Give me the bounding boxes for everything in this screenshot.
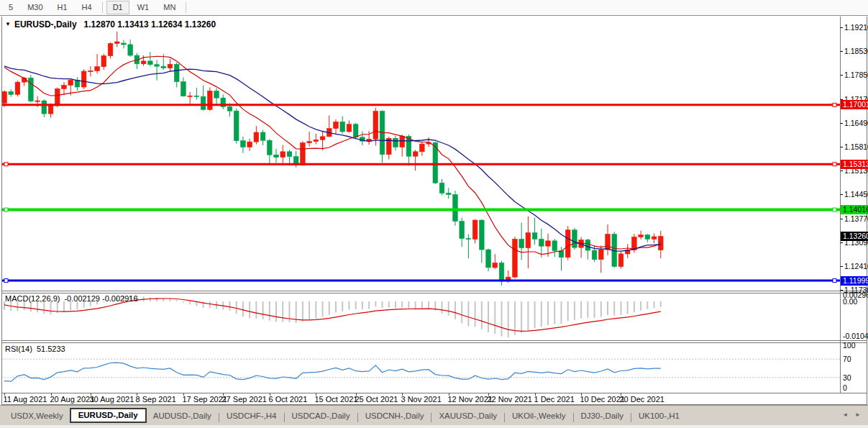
macd-name: MACD(12,26,9) — [5, 294, 60, 303]
price-tick-label: 1.15810 — [844, 142, 868, 151]
hline-anchor — [4, 163, 8, 166]
rsi-name: RSI(14) — [5, 345, 32, 353]
rsi-layer — [1, 359, 840, 381]
hline-anchor — [833, 103, 836, 106]
status-strip — [0, 425, 868, 428]
date-tick-label: 25 Oct 2021 — [355, 395, 398, 404]
toolbar-divider — [186, 2, 186, 13]
tab-divider — [431, 413, 431, 422]
tab-dj30-daily[interactable]: DJ30-,Daily — [575, 409, 630, 423]
tab-usdcad-daily[interactable]: USDCAD-,Daily — [285, 409, 357, 423]
date-tick-label: 27 Sep 2021 — [222, 395, 267, 404]
chart-symbol-period: EURUSD-,Daily — [14, 19, 77, 29]
rsi-tick-label: 0 — [843, 383, 847, 392]
macd-indicator-label: MACD(12,26,9)-0.002129 -0.002916 — [5, 294, 138, 303]
timeframe-button-mn[interactable]: MN — [157, 1, 182, 14]
macd-axis: 0.0029660.00-0.010427 — [843, 291, 868, 340]
macd-tick-label: 0.00 — [843, 297, 858, 306]
tab-usdx-weekly[interactable]: USDX,Weekly — [4, 409, 70, 423]
timeframe-button-m30[interactable]: M30 — [21, 1, 49, 14]
timeframe-button-d1[interactable]: D1 — [106, 1, 129, 14]
timeframe-button-5[interactable]: 5 — [2, 1, 19, 14]
price-tick-label: 1.18530 — [844, 47, 868, 55]
chart-title: ▼EURUSD-,Daily1.12870 1.13413 1.12634 1.… — [5, 19, 216, 29]
date-tick-label: 20 Dec 2021 — [620, 395, 664, 404]
rsi-line — [4, 363, 661, 381]
tab-divider — [357, 413, 358, 422]
tab-audusd-daily[interactable]: AUDUSD-,Daily — [147, 409, 218, 423]
tab-eurusd-daily[interactable]: EURUSD-,Daily — [70, 408, 147, 423]
hline-anchor — [833, 279, 836, 283]
price-tick-label: 1.12410 — [844, 262, 868, 270]
rsi-indicator-label: RSI(14)51.5233 — [5, 345, 65, 353]
toolbar-divider — [102, 2, 103, 13]
date-tick-label: 6 Oct 2021 — [269, 395, 308, 404]
tab-uk100-h1[interactable]: UK100-,H1 — [632, 409, 686, 423]
date-tick-label: 3 Nov 2021 — [401, 395, 442, 404]
price-axis: 1.192101.185301.178501.171701.164901.158… — [841, 23, 868, 294]
chart-canvas[interactable]: 1.192101.185301.178501.171701.164901.158… — [0, 0, 868, 428]
date-tick-label: 20 Aug 2021 — [50, 395, 95, 404]
rsi-tick-label: 70 — [843, 355, 851, 363]
date-tick-label: 12 Nov 2021 — [448, 395, 493, 404]
trading-terminal: 5M30H1H4D1W1MN 1.192101.185301.178501.17… — [0, 0, 868, 428]
tab-divider — [504, 413, 505, 422]
price-tick-label: 1.14450 — [844, 190, 868, 199]
date-tick-label: 10 Dec 2021 — [580, 395, 625, 404]
tab-divider — [631, 413, 631, 422]
macd-signal-line — [4, 299, 661, 331]
price-tag-1.13260: 1.13260 — [841, 232, 868, 241]
date-tick-label: 1 Dec 2021 — [534, 395, 575, 404]
hline-anchor — [833, 208, 836, 211]
ma-slow-line — [4, 66, 661, 251]
macd-tick-label: -0.010427 — [843, 332, 868, 340]
tab-divider — [573, 413, 574, 422]
hlines-layer — [1, 103, 840, 282]
price-tick-label: 1.17850 — [844, 70, 868, 79]
price-tag-1.15313: 1.15313 — [841, 160, 868, 169]
price-tag-1.11999: 1.11999 — [841, 276, 868, 286]
ma-fast-line — [4, 56, 661, 254]
date-tick-label: 11 Aug 2021 — [4, 395, 47, 404]
tab-xauusd-daily[interactable]: XAUUSD-,Daily — [432, 409, 503, 423]
rsi-tick-label: 100 — [843, 341, 856, 350]
price-tag-1.17001: 1.17001 — [841, 100, 868, 109]
rsi-axis: 10070300 — [843, 341, 856, 392]
tab-scroll-arrows: ◄ ► — [842, 411, 861, 418]
tab-usdcnh-daily[interactable]: USDCNH-,Daily — [359, 409, 431, 423]
hline-anchor — [833, 163, 836, 166]
date-axis: 11 Aug 202120 Aug 202130 Aug 20218 Sep 2… — [4, 393, 664, 404]
tab-ukoil-weekly[interactable]: UKOil-,Weekly — [506, 409, 572, 423]
macd-values: -0.002129 -0.002916 — [64, 294, 137, 303]
rsi-value: 51.5233 — [37, 345, 65, 353]
tab-divider — [284, 413, 285, 422]
date-tick-label: 22 Nov 2021 — [488, 395, 532, 404]
rsi-tick-label: 30 — [843, 373, 851, 382]
tab-scroll-left-icon[interactable]: ◄ — [842, 411, 848, 418]
price-tag-1.14016: 1.14016 — [841, 205, 868, 214]
price-tick-label: 1.16490 — [844, 119, 868, 127]
timeframe-button-h1[interactable]: H1 — [51, 1, 74, 14]
tab-usdchf-h4[interactable]: USDCHF-,H4 — [220, 409, 283, 423]
tab-scroll-right-icon[interactable]: ► — [855, 411, 861, 418]
timeframe-toolbar: 5M30H1H4D1W1MN — [0, 0, 868, 16]
symbol-menu-triangle-icon[interactable]: ▼ — [5, 21, 11, 27]
date-tick-label: 8 Sep 2021 — [136, 395, 176, 404]
date-tick-label: 30 Aug 2021 — [90, 395, 134, 404]
price-tick-label: 1.13770 — [844, 214, 868, 223]
price-tick-label: 1.19210 — [844, 23, 868, 32]
timeframe-button-h4[interactable]: H4 — [76, 1, 99, 14]
date-tick-label: 17 Sep 2021 — [183, 395, 227, 404]
date-tick-label: 15 Oct 2021 — [315, 395, 358, 404]
chart-ohlc-values: 1.12870 1.13413 1.12634 1.13260 — [84, 19, 216, 29]
candles-layer — [2, 32, 663, 286]
hline-anchor — [4, 279, 8, 283]
timeframe-button-w1[interactable]: W1 — [131, 1, 156, 14]
tab-divider — [219, 413, 219, 422]
hline-anchor — [4, 208, 8, 211]
